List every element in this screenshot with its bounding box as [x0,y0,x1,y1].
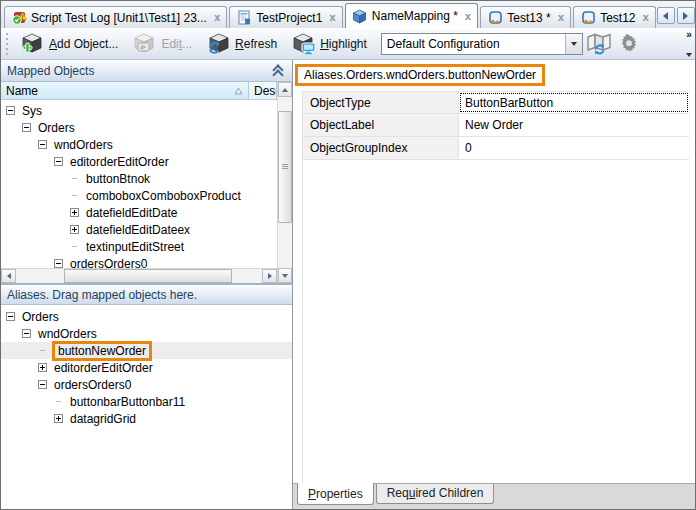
tree-item[interactable]: buttonNewOrder [1,342,292,359]
tree-item[interactable]: wndOrders [1,136,277,153]
property-name[interactable]: ObjectType [303,92,459,113]
aliases-tree: OrderswndOrdersbuttonNewOrdereditorderEd… [1,305,292,509]
refresh-cube-icon [207,33,231,55]
toolbar-overflow: » [686,29,692,59]
tree-item[interactable]: editorderEditOrder [1,359,292,376]
edit-cube-icon [133,33,157,55]
vertical-scrollbar[interactable] [277,82,292,283]
tree-item[interactable]: datagridGrid [1,410,292,427]
scroll-up-button[interactable] [278,82,292,97]
scroll-right-button[interactable] [262,269,277,283]
close-icon[interactable]: x [465,11,471,22]
close-icon[interactable]: x [214,12,220,23]
tree-item-label: wndOrders [36,327,99,341]
scroll-down-button[interactable] [278,268,292,283]
tree-leaf-dash-icon [38,346,47,355]
property-value[interactable]: New Order [459,114,689,136]
tree-item-label: datagridGrid [68,412,138,426]
tab-test13[interactable]: Test13 * x [480,6,571,28]
refresh-button[interactable]: Refresh [202,30,285,58]
tab-namemapping[interactable]: NameMapping * x [345,3,479,28]
tab-script-test-log[interactable]: Script Test Log [Unit1\Test1] 23... x [4,6,227,28]
property-name[interactable]: ObjectLabel [303,114,459,136]
tree-item[interactable]: datefieldEditDateex [1,221,277,238]
tab-testproject1[interactable]: TestProject1 x [229,6,342,28]
mapping-left-pane: Mapped Objects Name Description [1,60,293,509]
tab-properties[interactable]: Properties [297,483,374,505]
expander-plus-icon[interactable] [54,414,63,423]
expander-plus-icon[interactable] [70,208,79,217]
expander-plus-icon[interactable] [70,225,79,234]
expander-minus-icon[interactable] [6,312,15,321]
close-icon[interactable]: x [558,12,564,23]
close-icon[interactable]: x [329,12,335,23]
tree-item[interactable]: buttonbarButtonbar11 [1,393,292,410]
expander-minus-icon[interactable] [22,329,31,338]
tree-item-label: datefieldEditDateex [84,223,192,237]
edit-button[interactable]: Edit... [128,30,200,58]
tab-label: Test13 * [507,11,550,25]
tree-item[interactable]: datefieldEditDate [1,204,277,221]
expander-minus-icon[interactable] [22,123,31,132]
property-value[interactable]: ButtonBarButton [459,92,689,113]
property-row: ObjectTypeButtonBarButton [303,91,689,114]
tree-item[interactable]: ordersOrders0 [1,376,292,393]
combobox-dropdown-button[interactable] [565,34,582,54]
tree-item[interactable]: buttonBtnok [1,170,277,187]
toolbar-overflow-chevron-icon[interactable]: » [686,31,692,39]
expander-minus-icon[interactable] [6,106,15,115]
aliases-header: Aliases. Drag mapped objects here. [1,283,292,305]
expander-minus-icon[interactable] [54,157,63,166]
add-object-button[interactable]: Add Object... [16,30,126,58]
tree-leaf-dash-icon [70,191,79,200]
tree-item[interactable]: editorderEditOrder [1,153,277,170]
object-inspector-pane: Aliases.Orders.wndOrders.buttonNewOrder … [293,60,695,509]
tree-item[interactable]: comboboxComboboxProduct [1,187,277,204]
scroll-tabs-left-button[interactable] [657,7,675,24]
scroll-tabs-right-button[interactable] [677,7,695,24]
tree-item[interactable]: ordersOrders0 [1,255,277,268]
tree-item-label: buttonBtnok [84,172,152,186]
tree-item[interactable]: Orders [1,119,277,136]
tree-item[interactable]: textinputEditStreet [1,238,277,255]
update-mapping-button[interactable] [585,31,613,57]
configuration-combobox[interactable]: Default Configuration [381,33,583,55]
add-object-label: Add Object... [49,37,118,51]
sort-ascending-icon [234,87,243,95]
settings-button[interactable] [615,31,643,57]
column-header-name[interactable]: Name [1,82,249,99]
horizontal-scroll-track[interactable] [16,269,262,283]
configuration-value: Default Configuration [382,37,565,51]
tab-label: Script Test Log [Unit1\Test1] 23... [31,11,207,25]
highlight-button[interactable]: Highlight [287,30,375,58]
expander-minus-icon[interactable] [54,259,63,268]
expander-minus-icon[interactable] [38,380,47,389]
tab-required-children[interactable]: Required Children [376,484,495,504]
edit-label: Edit... [161,37,192,51]
toolbar-options-icon[interactable] [686,53,692,57]
toolbar-grip[interactable] [5,33,10,55]
property-name[interactable]: ObjectGroupIndex [303,137,459,159]
highlight-label: Highlight [320,37,367,51]
tree-item[interactable]: Orders [1,308,292,325]
expander-minus-icon[interactable] [38,140,47,149]
collapse-panel-icon[interactable] [272,65,286,77]
vertical-scroll-thumb[interactable] [278,111,292,223]
tree-item[interactable]: wndOrders [1,325,292,342]
tree-item[interactable]: Sys [1,102,277,119]
tree-item-label: ordersOrders0 [68,257,149,269]
horizontal-scrollbar[interactable] [1,268,277,283]
vertical-scroll-track[interactable] [278,97,292,268]
tree-leaf-dash-icon [54,397,63,406]
horizontal-scroll-thumb[interactable] [64,269,232,283]
close-icon[interactable]: x [642,12,648,23]
arrow-right-icon [268,273,272,279]
expander-plus-icon[interactable] [38,363,47,372]
scroll-left-button[interactable] [1,269,16,283]
properties-grid: ObjectTypeButtonBarButtonObjectLabelNew … [302,91,689,483]
property-value[interactable]: 0 [459,137,689,159]
arrow-up-icon [282,88,288,92]
tab-test12[interactable]: Test12 x [573,6,656,28]
column-header-description[interactable]: Description [249,82,277,99]
arrow-left-icon [7,273,11,279]
